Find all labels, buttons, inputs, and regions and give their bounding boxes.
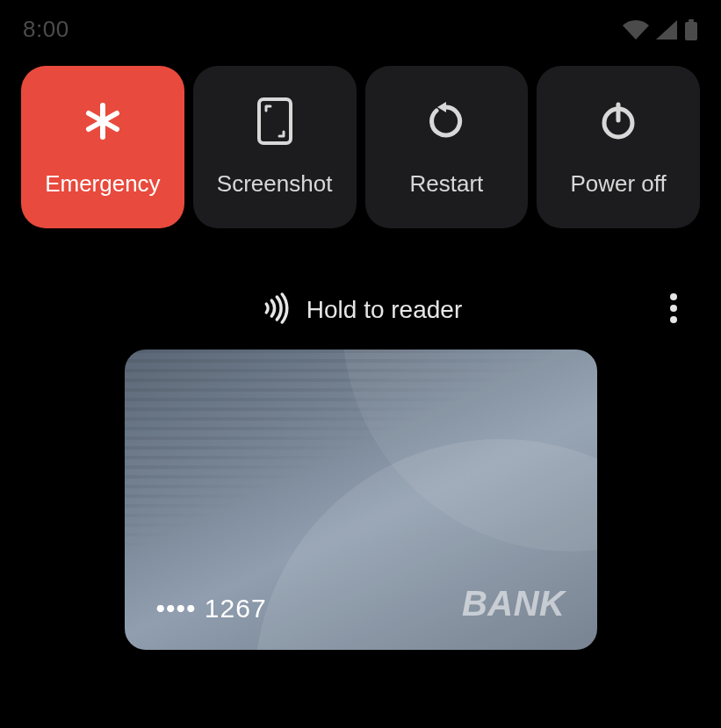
power-menu: Emergency Screenshot Restart <box>0 50 721 228</box>
emergency-icon <box>78 97 127 146</box>
cellular-icon <box>656 20 677 40</box>
wallet-section: Hold to reader •••• 1267 B <box>0 288 721 650</box>
hold-to-reader: Hold to reader <box>259 292 462 328</box>
screenshot-label: Screenshot <box>217 170 333 198</box>
screenshot-button[interactable]: Screenshot <box>193 66 357 228</box>
card-bank-label: BANK <box>462 584 566 623</box>
screenshot-icon <box>250 97 299 146</box>
svg-rect-0 <box>689 19 694 22</box>
svg-point-9 <box>670 305 677 312</box>
wallet-header: Hold to reader <box>26 288 695 332</box>
restart-icon <box>422 97 471 146</box>
contactless-icon <box>259 292 291 328</box>
status-icons <box>623 19 698 40</box>
hold-to-reader-label: Hold to reader <box>306 296 462 324</box>
battery-icon <box>684 19 698 40</box>
power-off-label: Power off <box>570 170 666 198</box>
svg-rect-5 <box>259 99 291 143</box>
status-bar: 8:00 <box>0 0 721 50</box>
payment-card[interactable]: •••• 1267 BANK <box>125 350 597 650</box>
restart-button[interactable]: Restart <box>365 66 529 228</box>
status-time: 8:00 <box>23 16 69 43</box>
wallet-overflow-button[interactable] <box>653 289 695 331</box>
wifi-icon <box>623 20 649 40</box>
restart-label: Restart <box>409 170 483 198</box>
power-icon <box>594 97 643 146</box>
svg-point-8 <box>670 293 677 300</box>
svg-point-10 <box>670 316 677 323</box>
emergency-button[interactable]: Emergency <box>21 66 184 228</box>
svg-rect-1 <box>685 22 697 40</box>
power-off-button[interactable]: Power off <box>537 66 700 228</box>
emergency-label: Emergency <box>45 170 161 198</box>
more-icon <box>669 292 678 328</box>
card-last-digits: •••• 1267 <box>156 594 267 623</box>
